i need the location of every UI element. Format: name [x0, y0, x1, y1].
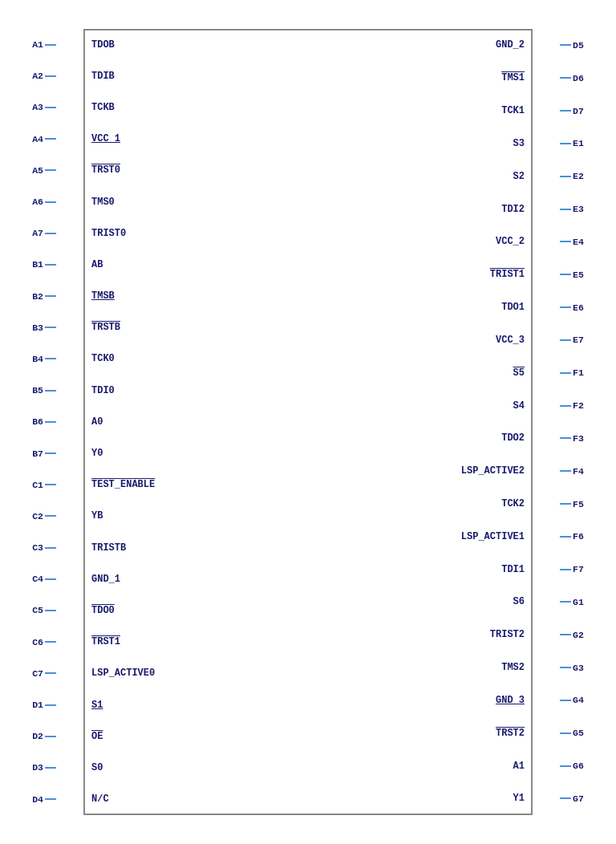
- right-pin-row: E1: [533, 132, 597, 155]
- pin-line: [45, 610, 56, 611]
- right-pin-row: E2: [533, 165, 597, 188]
- left-signal-label: AB: [91, 254, 308, 276]
- left-signal-label: S1: [91, 694, 308, 716]
- right-pin-row: E5: [533, 263, 597, 286]
- pin-line: [45, 44, 56, 46]
- right-signal-label: Y1: [513, 787, 525, 810]
- left-pin-row: B7: [19, 442, 83, 465]
- right-pins-container: D5D6D7E1E2E3E4E5E6E7F1F2F3F4F5F6F7G1G2G3…: [533, 29, 597, 815]
- pin-line: [45, 547, 56, 549]
- pin-id-label: E4: [573, 237, 597, 247]
- left-pins-container: A1A2A3A4A5A6A7B1B2B3B4B5B6B7C1C2C3C4C5C6…: [19, 29, 83, 815]
- pin-line: [560, 110, 571, 112]
- right-pin-row: G5: [533, 722, 597, 745]
- pin-id-label: G3: [573, 663, 597, 673]
- right-signal-label: TRIST1: [490, 263, 525, 286]
- pin-id-label: D1: [19, 700, 43, 710]
- left-signal-label: TRSTB: [91, 316, 308, 339]
- right-pin-row: D5: [533, 34, 597, 56]
- pin-id-label: E6: [573, 302, 597, 313]
- pin-id-label: F6: [573, 531, 597, 542]
- pin-line: [45, 358, 56, 359]
- left-pin-row: A1: [19, 34, 83, 56]
- pin-line: [560, 601, 571, 603]
- right-pin-row: F2: [533, 395, 597, 417]
- right-pin-row: F7: [533, 558, 597, 581]
- left-pin-row: A6: [19, 191, 83, 213]
- pin-id-label: B2: [19, 291, 43, 302]
- right-signal-label: TCK2: [501, 493, 525, 515]
- left-signal-label: TMS0: [91, 191, 308, 213]
- pin-id-label: G2: [573, 630, 597, 640]
- pin-line: [560, 77, 571, 79]
- left-pin-row: B1: [19, 254, 83, 276]
- pin-line: [45, 484, 56, 485]
- pin-line: [560, 732, 571, 734]
- left-signal-label: TDIB: [91, 65, 308, 87]
- right-signal-label: TDI2: [501, 198, 525, 221]
- right-pin-row: E4: [533, 230, 597, 253]
- left-signal-label: S0: [91, 757, 308, 779]
- pin-id-label: D4: [19, 794, 43, 805]
- left-pin-row: B3: [19, 316, 83, 339]
- right-signal-label: TRIST2: [490, 623, 525, 646]
- pin-line: [45, 767, 56, 769]
- pin-id-label: E1: [573, 138, 597, 148]
- pin-id-label: F3: [573, 433, 597, 444]
- pin-id-label: A3: [19, 102, 43, 112]
- pin-id-label: B4: [19, 354, 43, 364]
- left-signal-label: TDO0: [91, 599, 308, 622]
- pin-id-label: C3: [19, 542, 43, 553]
- pin-line: [45, 264, 56, 266]
- left-signals-container: TDOBTDIBTCKBVCC_1TRST0TMS0TRIST0ABTMSBTR…: [83, 29, 308, 815]
- left-pin-row: A4: [19, 128, 83, 150]
- pin-line: [560, 569, 571, 570]
- pin-id-label: F1: [573, 367, 597, 378]
- chip-diagram: A1A2A3A4A5A6A7B1B2B3B4B5B6B7C1C2C3C4C5C6…: [19, 13, 597, 831]
- pin-id-label: G5: [573, 728, 597, 738]
- left-pin-row: A7: [19, 222, 83, 245]
- pin-line: [560, 405, 571, 407]
- pin-id-label: C2: [19, 511, 43, 521]
- pin-line: [560, 634, 571, 635]
- pin-line: [45, 798, 56, 800]
- pin-id-label: F7: [573, 564, 597, 574]
- pin-line: [45, 327, 56, 328]
- pin-line: [45, 233, 56, 234]
- pin-id-label: A6: [19, 197, 43, 207]
- pin-line: [45, 107, 56, 108]
- right-pin-row: G2: [533, 623, 597, 646]
- pin-line: [560, 241, 571, 242]
- right-signal-label: S6: [513, 590, 525, 613]
- right-pin-row: E7: [533, 329, 597, 351]
- pin-id-label: C5: [19, 605, 43, 615]
- left-pin-row: A2: [19, 65, 83, 87]
- left-pin-row: A3: [19, 96, 83, 119]
- pin-id-label: B1: [19, 259, 43, 270]
- left-pin-row: C2: [19, 505, 83, 527]
- pin-id-label: A5: [19, 165, 43, 176]
- pin-line: [560, 700, 571, 701]
- pin-id-label: C7: [19, 668, 43, 679]
- pin-id-label: C4: [19, 574, 43, 584]
- left-pin-row: C5: [19, 599, 83, 622]
- right-pin-row: F3: [533, 427, 597, 449]
- left-pin-row: D3: [19, 757, 83, 779]
- left-signal-label: Y0: [91, 442, 308, 465]
- left-pin-row: C6: [19, 631, 83, 653]
- left-signal-label: TRIST0: [91, 222, 308, 245]
- left-signal-label: YB: [91, 505, 308, 527]
- right-pin-row: E3: [533, 198, 597, 221]
- pin-line: [560, 339, 571, 341]
- pin-line: [560, 765, 571, 767]
- right-signals-container: GND_2TMS1TCK1S3S2TDI2VCC_2TRIST1TDO1VCC_…: [308, 29, 533, 815]
- pin-line: [45, 672, 56, 674]
- pin-line: [45, 390, 56, 392]
- right-pin-row: F6: [533, 525, 597, 548]
- right-signal-label: S3: [513, 132, 525, 155]
- left-pin-row: C1: [19, 473, 83, 496]
- pin-id-label: E3: [573, 204, 597, 214]
- right-pin-row: E6: [533, 296, 597, 319]
- pin-line: [45, 736, 56, 737]
- right-pin-row: D6: [533, 67, 597, 89]
